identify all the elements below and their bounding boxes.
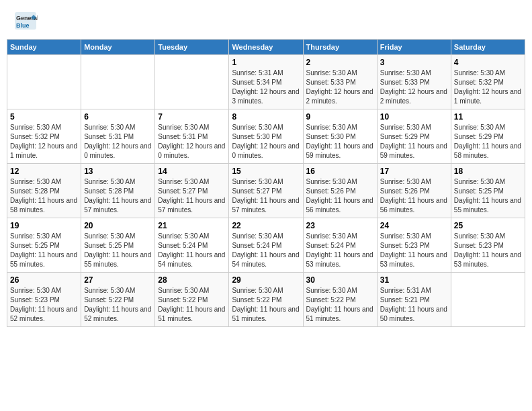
calendar-cell: 20Sunrise: 5:30 AM Sunset: 5:25 PM Dayli…: [81, 218, 155, 273]
day-number: 8: [232, 112, 300, 122]
day-number: 28: [158, 275, 226, 285]
day-info: Sunrise: 5:30 AM Sunset: 5:26 PM Dayligh…: [306, 177, 374, 215]
day-info: Sunrise: 5:30 AM Sunset: 5:22 PM Dayligh…: [306, 286, 374, 324]
logo: General Blue: [13, 11, 39, 31]
calendar-cell: 2Sunrise: 5:30 AM Sunset: 5:33 PM Daylig…: [303, 55, 377, 109]
day-number: 23: [306, 221, 374, 230]
day-number: 16: [306, 167, 374, 176]
column-header-thursday: Thursday: [303, 40, 377, 55]
calendar: SundayMondayTuesdayWednesdayThursdayFrid…: [0, 39, 532, 334]
calendar-cell: 9Sunrise: 5:30 AM Sunset: 5:30 PM Daylig…: [303, 109, 377, 164]
day-info: Sunrise: 5:30 AM Sunset: 5:33 PM Dayligh…: [380, 68, 448, 106]
calendar-cell: 6Sunrise: 5:30 AM Sunset: 5:31 PM Daylig…: [81, 109, 155, 164]
calendar-header-row: SundayMondayTuesdayWednesdayThursdayFrid…: [7, 40, 525, 55]
calendar-cell: 31Sunrise: 5:31 AM Sunset: 5:21 PM Dayli…: [377, 273, 451, 327]
calendar-week-row: 1Sunrise: 5:31 AM Sunset: 5:34 PM Daylig…: [7, 55, 525, 109]
day-info: Sunrise: 5:30 AM Sunset: 5:27 PM Dayligh…: [158, 177, 226, 215]
day-info: Sunrise: 5:30 AM Sunset: 5:33 PM Dayligh…: [306, 68, 374, 106]
calendar-cell: 28Sunrise: 5:30 AM Sunset: 5:22 PM Dayli…: [155, 273, 229, 327]
day-info: Sunrise: 5:30 AM Sunset: 5:24 PM Dayligh…: [306, 232, 374, 269]
column-header-friday: Friday: [377, 40, 451, 55]
calendar-cell: [155, 55, 229, 109]
column-header-monday: Monday: [81, 40, 155, 55]
calendar-cell: 26Sunrise: 5:30 AM Sunset: 5:23 PM Dayli…: [7, 273, 81, 327]
day-info: Sunrise: 5:30 AM Sunset: 5:22 PM Dayligh…: [232, 286, 300, 324]
day-number: 27: [84, 275, 152, 285]
calendar-cell: 21Sunrise: 5:30 AM Sunset: 5:24 PM Dayli…: [155, 218, 229, 273]
day-number: 10: [380, 112, 448, 122]
calendar-week-row: 26Sunrise: 5:30 AM Sunset: 5:23 PM Dayli…: [7, 273, 525, 327]
calendar-week-row: 5Sunrise: 5:30 AM Sunset: 5:32 PM Daylig…: [7, 109, 525, 164]
day-number: 24: [380, 221, 448, 230]
calendar-cell: 24Sunrise: 5:30 AM Sunset: 5:23 PM Dayli…: [377, 218, 451, 273]
day-info: Sunrise: 5:30 AM Sunset: 5:22 PM Dayligh…: [84, 286, 152, 324]
day-number: 6: [84, 112, 152, 122]
calendar-cell: 29Sunrise: 5:30 AM Sunset: 5:22 PM Dayli…: [229, 273, 303, 327]
calendar-cell: [7, 55, 81, 109]
day-info: Sunrise: 5:30 AM Sunset: 5:22 PM Dayligh…: [158, 286, 226, 324]
day-number: 20: [84, 221, 152, 230]
day-info: Sunrise: 5:30 AM Sunset: 5:25 PM Dayligh…: [84, 232, 152, 269]
day-number: 14: [158, 167, 226, 176]
day-info: Sunrise: 5:30 AM Sunset: 5:28 PM Dayligh…: [84, 177, 152, 215]
day-info: Sunrise: 5:30 AM Sunset: 5:31 PM Dayligh…: [158, 123, 226, 161]
day-info: Sunrise: 5:30 AM Sunset: 5:29 PM Dayligh…: [454, 123, 522, 161]
page-header: General Blue: [0, 0, 532, 34]
calendar-cell: 13Sunrise: 5:30 AM Sunset: 5:28 PM Dayli…: [81, 164, 155, 218]
calendar-cell: 1Sunrise: 5:31 AM Sunset: 5:34 PM Daylig…: [229, 55, 303, 109]
day-info: Sunrise: 5:30 AM Sunset: 5:32 PM Dayligh…: [454, 68, 522, 106]
day-info: Sunrise: 5:30 AM Sunset: 5:25 PM Dayligh…: [10, 232, 78, 269]
column-header-saturday: Saturday: [451, 40, 525, 55]
day-info: Sunrise: 5:30 AM Sunset: 5:29 PM Dayligh…: [380, 123, 448, 161]
calendar-cell: [81, 55, 155, 109]
calendar-cell: 23Sunrise: 5:30 AM Sunset: 5:24 PM Dayli…: [303, 218, 377, 273]
day-number: 7: [158, 112, 226, 122]
day-number: 30: [306, 275, 374, 285]
day-number: 21: [158, 221, 226, 230]
day-number: 9: [306, 112, 374, 122]
day-info: Sunrise: 5:30 AM Sunset: 5:24 PM Dayligh…: [232, 232, 300, 269]
day-info: Sunrise: 5:30 AM Sunset: 5:31 PM Dayligh…: [84, 123, 152, 161]
calendar-cell: 7Sunrise: 5:30 AM Sunset: 5:31 PM Daylig…: [155, 109, 229, 164]
calendar-cell: 5Sunrise: 5:30 AM Sunset: 5:32 PM Daylig…: [7, 109, 81, 164]
day-number: 25: [454, 221, 522, 230]
day-info: Sunrise: 5:30 AM Sunset: 5:25 PM Dayligh…: [454, 177, 522, 215]
calendar-cell: 27Sunrise: 5:30 AM Sunset: 5:22 PM Dayli…: [81, 273, 155, 327]
day-number: 11: [454, 112, 522, 122]
day-info: Sunrise: 5:30 AM Sunset: 5:26 PM Dayligh…: [380, 177, 448, 215]
calendar-cell: [451, 273, 525, 327]
calendar-cell: 3Sunrise: 5:30 AM Sunset: 5:33 PM Daylig…: [377, 55, 451, 109]
day-number: 12: [10, 167, 78, 176]
column-header-wednesday: Wednesday: [229, 40, 303, 55]
day-number: 15: [232, 167, 300, 176]
day-number: 26: [10, 275, 78, 285]
day-info: Sunrise: 5:31 AM Sunset: 5:34 PM Dayligh…: [232, 68, 300, 106]
day-info: Sunrise: 5:30 AM Sunset: 5:24 PM Dayligh…: [158, 232, 226, 269]
day-info: Sunrise: 5:30 AM Sunset: 5:30 PM Dayligh…: [306, 123, 374, 161]
calendar-cell: 17Sunrise: 5:30 AM Sunset: 5:26 PM Dayli…: [377, 164, 451, 218]
calendar-cell: 25Sunrise: 5:30 AM Sunset: 5:23 PM Dayli…: [451, 218, 525, 273]
calendar-cell: 18Sunrise: 5:30 AM Sunset: 5:25 PM Dayli…: [451, 164, 525, 218]
column-header-sunday: Sunday: [7, 40, 81, 55]
day-info: Sunrise: 5:30 AM Sunset: 5:23 PM Dayligh…: [380, 232, 448, 269]
calendar-cell: 12Sunrise: 5:30 AM Sunset: 5:28 PM Dayli…: [7, 164, 81, 218]
logo-icon: General Blue: [13, 11, 38, 31]
day-number: 13: [84, 167, 152, 176]
calendar-cell: 22Sunrise: 5:30 AM Sunset: 5:24 PM Dayli…: [229, 218, 303, 273]
day-info: Sunrise: 5:30 AM Sunset: 5:32 PM Dayligh…: [10, 123, 78, 161]
day-info: Sunrise: 5:30 AM Sunset: 5:30 PM Dayligh…: [232, 123, 300, 161]
day-info: Sunrise: 5:30 AM Sunset: 5:28 PM Dayligh…: [10, 177, 78, 215]
day-info: Sunrise: 5:31 AM Sunset: 5:21 PM Dayligh…: [380, 286, 448, 324]
svg-text:Blue: Blue: [16, 22, 30, 29]
day-number: 5: [10, 112, 78, 122]
day-number: 29: [232, 275, 300, 285]
day-info: Sunrise: 5:30 AM Sunset: 5:27 PM Dayligh…: [232, 177, 300, 215]
day-info: Sunrise: 5:30 AM Sunset: 5:23 PM Dayligh…: [10, 286, 78, 324]
calendar-cell: 19Sunrise: 5:30 AM Sunset: 5:25 PM Dayli…: [7, 218, 81, 273]
column-header-tuesday: Tuesday: [155, 40, 229, 55]
calendar-week-row: 12Sunrise: 5:30 AM Sunset: 5:28 PM Dayli…: [7, 164, 525, 218]
calendar-cell: 15Sunrise: 5:30 AM Sunset: 5:27 PM Dayli…: [229, 164, 303, 218]
calendar-cell: 10Sunrise: 5:30 AM Sunset: 5:29 PM Dayli…: [377, 109, 451, 164]
day-info: Sunrise: 5:30 AM Sunset: 5:23 PM Dayligh…: [454, 232, 522, 269]
day-number: 18: [454, 167, 522, 176]
